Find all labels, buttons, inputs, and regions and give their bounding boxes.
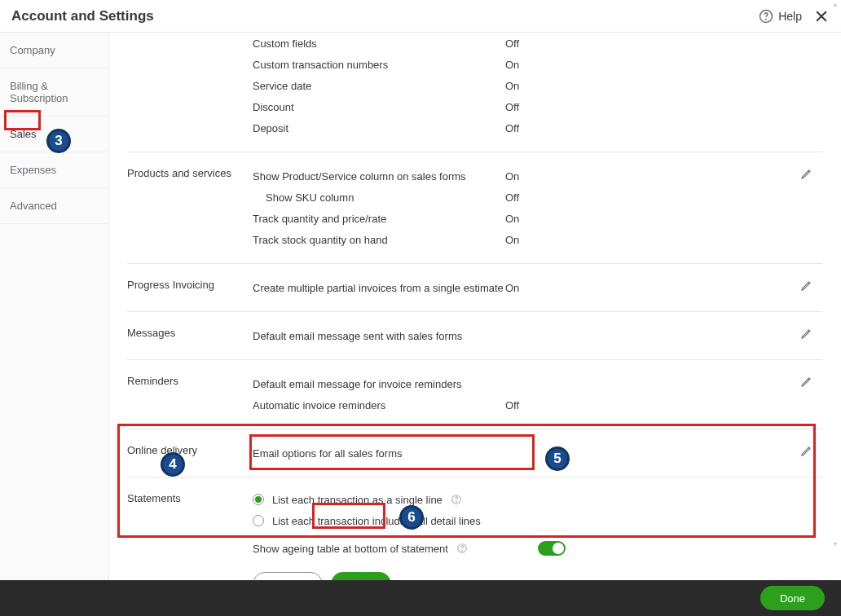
row-value: On xyxy=(505,80,519,92)
row-label: Custom transaction numbers xyxy=(253,59,505,71)
svg-point-3 xyxy=(456,502,457,503)
sidebar-item-billing[interactable]: Billing & Subscription xyxy=(0,68,108,117)
row-value: On xyxy=(505,282,519,294)
sidebar-item-company[interactable]: Company xyxy=(0,33,108,68)
sidebar-item-expenses[interactable]: Expenses xyxy=(0,152,108,188)
row-label: Default email message for invoice remind… xyxy=(253,378,505,390)
scroll-down-arrow-icon[interactable]: ▾ xyxy=(831,539,839,548)
save-button[interactable]: Save xyxy=(331,572,391,580)
modal-header: Account and Settings Help xyxy=(0,0,841,33)
pencil-icon[interactable] xyxy=(800,167,813,180)
row-label: Show SKU column xyxy=(253,191,505,204)
info-icon[interactable] xyxy=(451,494,462,505)
row-label: Discount xyxy=(253,101,505,113)
radio-icon xyxy=(253,515,264,526)
row-label: Create multiple partial invoices from a … xyxy=(253,282,505,294)
row-label: Show Product/Service column on sales for… xyxy=(253,170,505,183)
section-online-delivery: Online delivery Email options for all sa… xyxy=(127,429,823,477)
section-reminders: Reminders Default email message for invo… xyxy=(127,360,823,429)
ageing-label: Show ageing table at bottom of statement xyxy=(253,543,448,555)
done-button[interactable]: Done xyxy=(760,586,825,610)
section-heading: Reminders xyxy=(127,373,253,416)
radio-label: List each transaction as a single line xyxy=(272,494,443,506)
pencil-icon[interactable] xyxy=(800,444,813,457)
help-icon xyxy=(759,9,773,24)
close-icon[interactable] xyxy=(813,8,830,24)
row-label: Default email message sent with sales fo… xyxy=(253,330,505,342)
section-statements: Statements List each transaction as a si… xyxy=(127,477,823,580)
row-label: Email options for all sales forms xyxy=(253,447,505,460)
svg-point-5 xyxy=(462,551,463,552)
cancel-button[interactable]: Cancel xyxy=(253,572,323,580)
row-label: Deposit xyxy=(253,122,505,134)
scroll-up-arrow-icon[interactable]: ▴ xyxy=(831,0,839,8)
pencil-icon[interactable] xyxy=(800,327,813,340)
svg-point-1 xyxy=(766,19,767,20)
row-label: Service date xyxy=(253,80,505,92)
row-value: On xyxy=(505,170,519,183)
ageing-toggle[interactable] xyxy=(538,541,566,556)
row-value: Off xyxy=(505,101,519,113)
section-heading: Products and services xyxy=(127,165,253,250)
content-pane: Custom fieldsOff Custom transaction numb… xyxy=(109,33,841,580)
row-value: On xyxy=(505,59,519,71)
row-value: On xyxy=(505,213,519,225)
radio-icon xyxy=(253,494,264,505)
row-label: Track stock quantity on hand xyxy=(253,234,505,246)
sidebar-item-advanced[interactable]: Advanced xyxy=(0,188,108,224)
page-title: Account and Settings xyxy=(11,8,759,24)
sidebar-item-sales[interactable]: Sales xyxy=(0,117,108,152)
scrollbar[interactable]: ▴ ▾ xyxy=(831,0,839,548)
statements-option-detail-lines[interactable]: List each transaction including all deta… xyxy=(253,512,790,530)
statements-option-single-line[interactable]: List each transaction as a single line xyxy=(253,491,790,508)
section-progress: Progress Invoicing Create multiple parti… xyxy=(127,264,823,312)
row-value: Off xyxy=(505,191,519,204)
row-label: Automatic invoice reminders xyxy=(253,399,505,411)
modal-footer: Done xyxy=(0,580,841,616)
section-messages: Messages Default email message sent with… xyxy=(127,312,823,360)
section-products: Products and services Show Product/Servi… xyxy=(127,152,823,264)
section-sales-form-overflow: Custom fieldsOff Custom transaction numb… xyxy=(127,33,823,152)
help-label: Help xyxy=(778,10,802,23)
section-heading: Online delivery xyxy=(127,442,253,464)
section-heading: Progress Invoicing xyxy=(127,277,253,298)
row-value: Off xyxy=(505,122,519,134)
row-value: Off xyxy=(505,37,519,50)
pencil-icon[interactable] xyxy=(800,375,813,388)
row-label: Track quantity and price/rate xyxy=(253,213,505,225)
row-label: Custom fields xyxy=(253,37,505,50)
section-heading: Statements xyxy=(127,491,253,580)
row-value: Off xyxy=(505,399,519,411)
row-value: On xyxy=(505,234,519,246)
info-icon[interactable] xyxy=(456,543,468,554)
help-link[interactable]: Help xyxy=(759,9,802,24)
section-heading: Messages xyxy=(127,325,253,346)
sidebar: Company Billing & Subscription Sales Exp… xyxy=(0,33,109,580)
pencil-icon[interactable] xyxy=(800,279,813,292)
radio-label: List each transaction including all deta… xyxy=(272,515,481,527)
